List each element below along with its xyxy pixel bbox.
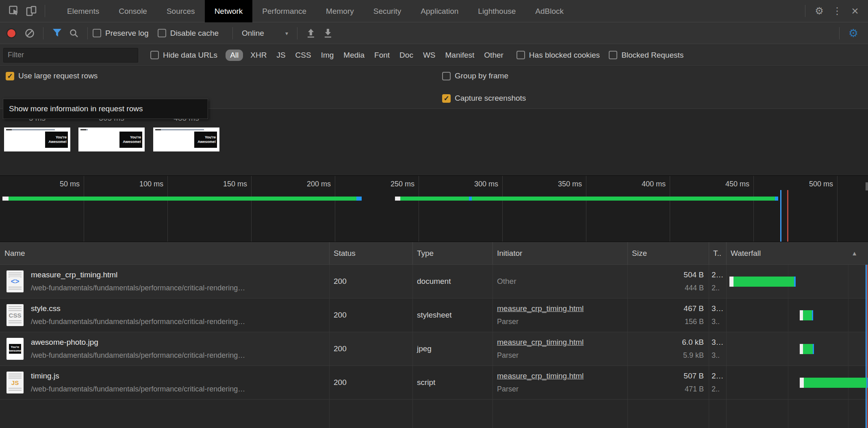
- request-time-cell: 3…3..: [709, 298, 726, 332]
- column-header-status[interactable]: Status: [329, 242, 412, 264]
- group-by-frame-checkbox[interactable]: [442, 72, 451, 80]
- request-size-cell: 504 B444 B: [627, 265, 709, 298]
- request-name-cell: You're Awesome!awesome-photo.jpg/web-fun…: [0, 332, 329, 365]
- capture-screenshots-label: Capture screenshots: [455, 94, 526, 103]
- filmstrip-frame[interactable]: 305 msYou're Awesome!: [78, 114, 145, 151]
- request-name-text: measure_crp_timing.html/web-fundamentals…: [31, 270, 245, 292]
- size-value: 467 B: [684, 304, 704, 313]
- request-initiator-cell: measure_crp_timing.htmlParser: [493, 332, 627, 365]
- initiator-link[interactable]: measure_crp_timing.html: [497, 338, 584, 347]
- domcontentloaded-marker: [780, 190, 781, 242]
- size-transferred: 5.9 kB: [683, 351, 704, 360]
- tab-network[interactable]: Network: [205, 0, 253, 22]
- request-status-cell: 200: [329, 366, 412, 399]
- filter-pill-manifest[interactable]: Manifest: [445, 51, 475, 60]
- network-settings-gear-icon[interactable]: ⚙: [844, 27, 862, 40]
- column-header-initiator[interactable]: Initiator: [493, 242, 627, 264]
- tab-performance[interactable]: Performance: [252, 0, 316, 22]
- filter-input[interactable]: [3, 48, 138, 63]
- use-large-rows-option: Use large request rows: [6, 71, 106, 80]
- request-name-cell: <>measure_crp_timing.html/web-fundamenta…: [0, 265, 329, 298]
- divider: [43, 27, 43, 39]
- sort-ascending-icon[interactable]: ▲: [851, 250, 857, 257]
- more-menu-icon[interactable]: ⋮: [828, 5, 846, 17]
- time-latency: 2..: [712, 385, 726, 393]
- column-divider: [329, 242, 330, 264]
- column-header-waterfall[interactable]: Waterfall: [726, 242, 868, 264]
- filmstrip-frame[interactable]: 488 msYou're Awesome!: [153, 114, 219, 151]
- request-type-cell: jpeg: [412, 332, 493, 365]
- table-row[interactable]: <>measure_crp_timing.html/web-fundamenta…: [0, 265, 868, 298]
- blocked-requests-checkbox[interactable]: [609, 51, 617, 59]
- chevron-down-icon: ▾: [285, 30, 288, 37]
- hide-data-urls-checkbox[interactable]: [150, 51, 159, 59]
- status-value: 200: [334, 344, 347, 353]
- filmstrip-frame[interactable]: 5 msYou're Awesome!: [4, 114, 70, 151]
- timeline-tick-label: 200 ms: [286, 180, 331, 188]
- table-row[interactable]: You're Awesome!awesome-photo.jpg/web-fun…: [0, 332, 868, 366]
- capture-screenshots-checkbox[interactable]: [442, 94, 451, 103]
- tabbar-right: ⚙ ⋮ ×: [800, 5, 868, 17]
- filter-pill-img[interactable]: Img: [321, 51, 334, 60]
- use-large-rows-checkbox[interactable]: [6, 72, 14, 80]
- table-row[interactable]: JStiming.js/web-fundamentals/fundamental…: [0, 366, 868, 400]
- throttling-value: Online: [242, 29, 264, 38]
- tab-memory[interactable]: Memory: [316, 0, 364, 22]
- initiator-type: Parser: [497, 318, 627, 326]
- import-har-icon[interactable]: [302, 25, 319, 42]
- filter-pill-doc[interactable]: Doc: [399, 51, 413, 60]
- device-toolbar-icon[interactable]: [23, 2, 40, 19]
- column-header-time[interactable]: T..: [709, 242, 726, 264]
- filter-icon[interactable]: [48, 25, 65, 42]
- request-status-cell: 200: [329, 298, 412, 332]
- clear-icon[interactable]: [21, 25, 38, 42]
- filter-pill-ws[interactable]: WS: [423, 51, 436, 60]
- file-js-icon: JS: [7, 372, 24, 393]
- thumbnail-banner: You're Awesome!: [119, 132, 142, 148]
- disable-cache-checkbox[interactable]: [158, 29, 166, 37]
- timeline-gridline: [419, 176, 419, 242]
- table-row[interactable]: CSSstyle.css/web-fundamentals/fundamenta…: [0, 298, 868, 332]
- size-transferred: 471 B: [685, 385, 704, 393]
- tab-console[interactable]: Console: [109, 0, 157, 22]
- initiator-link[interactable]: measure_crp_timing.html: [497, 372, 584, 380]
- divider: [805, 5, 805, 17]
- search-icon[interactable]: [65, 25, 82, 42]
- devtools-tabbar: ElementsConsoleSourcesNetworkPerformance…: [0, 0, 868, 22]
- column-header-type[interactable]: Type: [412, 242, 493, 264]
- network-overview[interactable]: 50 ms100 ms150 ms200 ms250 ms300 ms350 m…: [0, 175, 868, 242]
- request-name: timing.js: [31, 372, 245, 380]
- filter-pill-css[interactable]: CSS: [295, 51, 311, 60]
- filter-pill-other[interactable]: Other: [484, 51, 503, 60]
- has-blocked-cookies-checkbox[interactable]: [516, 51, 525, 59]
- inspect-element-icon[interactable]: [6, 2, 23, 19]
- time-latency: 3..: [712, 351, 726, 360]
- initiator-link[interactable]: measure_crp_timing.html: [497, 304, 584, 313]
- preserve-log-checkbox[interactable]: [93, 29, 101, 37]
- throttling-dropdown[interactable]: Online ▾: [242, 29, 288, 38]
- tab-application[interactable]: Application: [411, 0, 468, 22]
- use-large-rows-label: Use large request rows: [18, 71, 98, 80]
- size-value: 6.0 kB: [682, 338, 704, 347]
- export-har-icon[interactable]: [319, 25, 336, 42]
- network-toolbar: Preserve log Disable cache Online ▾ ⚙: [0, 22, 868, 44]
- close-icon[interactable]: ×: [846, 5, 864, 17]
- settings-icon[interactable]: ⚙: [810, 5, 828, 17]
- thumbnail-banner: You're Awesome!: [45, 132, 68, 148]
- column-header-name[interactable]: Name: [0, 242, 329, 264]
- filter-pill-font[interactable]: Font: [374, 51, 390, 60]
- tab-sources[interactable]: Sources: [157, 0, 205, 22]
- filter-pill-js[interactable]: JS: [276, 51, 285, 60]
- column-header-size[interactable]: Size: [627, 242, 709, 264]
- tab-security[interactable]: Security: [364, 0, 411, 22]
- scrollbar-thumb[interactable]: [866, 182, 868, 190]
- tab-lighthouse[interactable]: Lighthouse: [468, 0, 525, 22]
- filter-pill-all[interactable]: All: [226, 50, 243, 61]
- record-icon[interactable]: [7, 29, 15, 37]
- filter-pill-xhr[interactable]: XHR: [250, 51, 267, 60]
- filter-pill-media[interactable]: Media: [343, 51, 365, 60]
- tab-adblock[interactable]: AdBlock: [525, 0, 573, 22]
- request-size-cell: 6.0 kB5.9 kB: [627, 332, 709, 365]
- has-blocked-cookies-label: Has blocked cookies: [529, 51, 600, 60]
- tab-elements[interactable]: Elements: [57, 0, 109, 22]
